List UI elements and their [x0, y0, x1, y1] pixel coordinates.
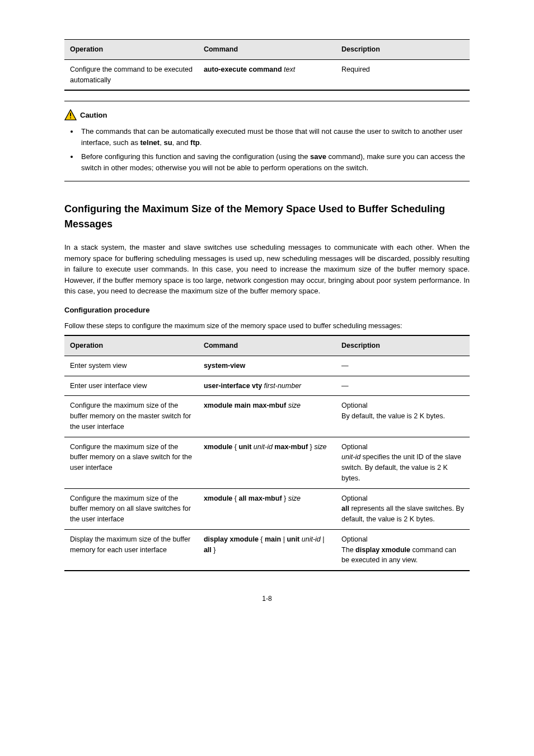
- warning-triangle-icon: [64, 109, 77, 120]
- row4-desc: Optional all represents all the slave sw…: [336, 488, 470, 529]
- row2-cmd: xmodule main max-mbuf size: [198, 396, 336, 437]
- row3-desc-prefix: Optional: [341, 443, 368, 451]
- svg-rect-2: [70, 118, 71, 119]
- cmd-text: main: [265, 535, 281, 543]
- table-row: Enter system view system-view —: [64, 356, 470, 376]
- svg-rect-1: [70, 113, 71, 116]
- main-th-description: Description: [336, 335, 470, 356]
- page-container: Operation Command Description Configure …: [0, 0, 534, 756]
- caution-item-2-prefix: Before configuring this function and sav…: [81, 152, 310, 161]
- table-row: Display the maximum size of the buffer m…: [64, 529, 470, 571]
- caution-list: The commands that can be automatically e…: [64, 126, 470, 173]
- top-th-command: Command: [198, 40, 336, 60]
- cmd-text: unit: [238, 443, 253, 451]
- row1-op: Enter user interface view: [64, 376, 198, 396]
- cmd-arg: unit-id: [302, 535, 321, 543]
- cmd-arg: unit-id: [254, 443, 273, 451]
- table-caption: Follow these steps to configure the maxi…: [64, 321, 470, 332]
- row4-op: Configure the maximum size of the buffer…: [64, 488, 198, 529]
- top-row-cmd: auto-execute command text: [198, 59, 336, 90]
- row0-cmd: system-view: [198, 356, 336, 376]
- top-fragment-table: Operation Command Description Configure …: [64, 39, 470, 91]
- cmd-text: display xmodule: [204, 535, 260, 543]
- cmd-text: xmodule main max-mbuf: [204, 402, 288, 409]
- cmd-arg: text: [284, 66, 295, 73]
- row0-desc: —: [336, 356, 470, 376]
- row5-op: Display the maximum size of the buffer m…: [64, 529, 198, 571]
- table-row: Configure the command to be executed aut…: [64, 59, 470, 90]
- row0-op: Enter system view: [64, 356, 198, 376]
- section-heading: Configuring the Maximum Size of the Memo…: [64, 202, 470, 232]
- cmd-text: auto-execute command: [204, 66, 284, 73]
- row3-cmd: xmodule { unit unit-id max-mbuf } size: [198, 437, 336, 488]
- top-th-description: Description: [336, 40, 470, 60]
- row4-cmd: xmodule { all max-mbuf } size: [198, 488, 336, 529]
- subheading: Configuration procedure: [64, 305, 470, 316]
- table-row: Configure the maximum size of the buffer…: [64, 437, 470, 488]
- row4-desc-suffix: represents all the slave switches. By de…: [341, 505, 464, 523]
- cmd-text: xmodule: [204, 494, 235, 502]
- top-th-operation: Operation: [64, 40, 198, 60]
- cmd-arg: size: [314, 443, 326, 451]
- divider: [64, 181, 470, 181]
- list-item: The commands that can be automatically e…: [79, 126, 470, 148]
- page-number: 1-8: [64, 594, 470, 604]
- cmd-text: xmodule: [204, 443, 235, 451]
- list-item: Before configuring this function and sav…: [79, 151, 470, 173]
- main-th-operation: Operation: [64, 335, 198, 356]
- cmd-arg: size: [288, 402, 301, 409]
- cmd-arg: size: [288, 494, 301, 502]
- row4-desc-prefix: Optional: [341, 494, 368, 502]
- row1-desc: —: [336, 376, 470, 396]
- cmd-text: all: [341, 505, 349, 512]
- row5-cmd: display xmodule { main | unit unit-id | …: [198, 529, 336, 571]
- row2-desc: Optional By default, the value is 2 K by…: [336, 396, 470, 437]
- table-row: Configure the maximum size of the buffer…: [64, 488, 470, 529]
- row3-op: Configure the maximum size of the buffer…: [64, 437, 198, 488]
- cmd-text: user-interface vty: [204, 382, 264, 390]
- cmd-text: all: [238, 494, 246, 502]
- cmd-text: su: [163, 138, 172, 147]
- cmd-text: max-mbuf: [273, 443, 308, 451]
- row3-desc: Optional unit-id specifies the unit ID o…: [336, 437, 470, 488]
- cmd-text: ftp: [190, 138, 200, 147]
- cmd-text: telnet: [140, 138, 160, 147]
- main-th-command: Command: [198, 335, 336, 356]
- top-row-desc: Required: [336, 59, 470, 90]
- cmd-text: unit: [287, 535, 299, 543]
- caution-label: Caution: [80, 110, 107, 121]
- cmd-text: all: [204, 546, 212, 554]
- row1-cmd: user-interface vty first-number: [198, 376, 336, 396]
- row2-op: Configure the maximum size of the buffer…: [64, 396, 198, 437]
- caution-heading: Caution: [64, 109, 470, 120]
- top-row-op: Configure the command to be executed aut…: [64, 59, 198, 90]
- caution-block: Caution The commands that can be automat…: [64, 109, 470, 173]
- caution-item-1-prefix: The commands that can be automatically e…: [81, 127, 462, 147]
- table-row: Configure the maximum size of the buffer…: [64, 396, 470, 437]
- row5-desc-line1: Optional: [341, 535, 368, 543]
- cmd-text: max-mbuf: [246, 494, 282, 502]
- table-row: Enter user interface view user-interface…: [64, 376, 470, 396]
- row5-desc: Optional The display xmodule command can…: [336, 529, 470, 571]
- cmd-text: save: [310, 152, 326, 161]
- cmd-text: system-view: [204, 362, 245, 370]
- cmd-arg: first-number: [264, 382, 302, 390]
- section-paragraph: In a stack system, the master and slave …: [64, 242, 470, 297]
- cmd-text: display xmodule: [355, 546, 410, 554]
- cmd-arg: unit-id: [341, 453, 360, 461]
- divider: [64, 101, 470, 101]
- main-config-table: Operation Command Description Enter syst…: [64, 335, 470, 571]
